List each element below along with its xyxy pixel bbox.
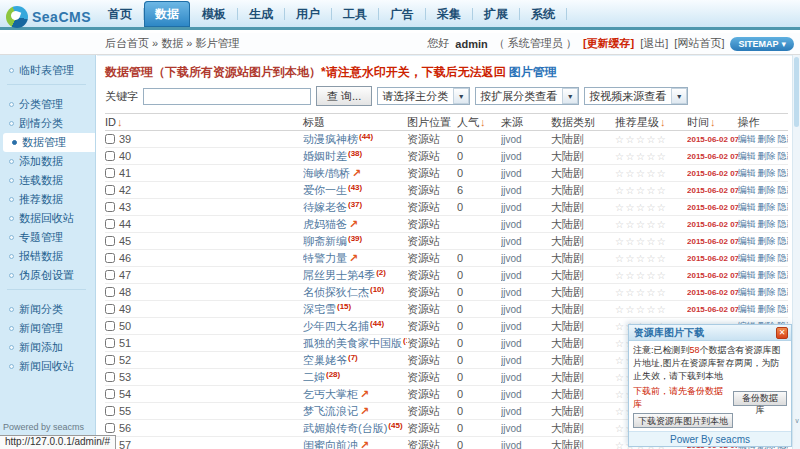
star-rating[interactable]: ☆☆☆☆☆ <box>615 165 687 182</box>
row-checkbox[interactable] <box>105 168 115 178</box>
row-checkbox[interactable] <box>105 372 115 382</box>
star-rating[interactable]: ☆☆☆☆☆ <box>615 216 687 233</box>
column-header[interactable]: 人气↓ <box>457 114 501 131</box>
row-title-link[interactable]: 海峡/鹊桥 <box>303 167 350 179</box>
sidebar-item[interactable]: 分类管理 <box>0 95 95 114</box>
hide-link[interactable]: 隐藏 <box>778 151 789 161</box>
delete-link[interactable]: 删除 <box>758 168 776 178</box>
filter-select[interactable]: 请选择主分类▼ <box>377 87 470 105</box>
hide-link[interactable]: 隐藏 <box>778 185 789 195</box>
edit-link[interactable]: 编辑 <box>738 151 756 161</box>
nav-item[interactable]: 工具 <box>332 1 378 27</box>
nav-item[interactable]: 首页 <box>97 1 143 27</box>
keyword-input[interactable] <box>143 88 311 105</box>
edit-link[interactable]: 编辑 <box>738 185 756 195</box>
star-rating[interactable]: ☆☆☆☆☆ <box>615 267 687 284</box>
column-header[interactable]: 图片位置↓ <box>407 114 457 131</box>
column-header[interactable]: 时间↓ <box>687 114 738 131</box>
row-checkbox[interactable] <box>105 389 115 399</box>
filter-select[interactable]: 按视频来源查看▼ <box>584 87 688 105</box>
hide-link[interactable]: 隐藏 <box>778 168 789 178</box>
close-icon[interactable]: ✕ <box>776 327 788 339</box>
nav-item[interactable]: 扩展 <box>473 1 519 27</box>
sidebar-item[interactable]: 专题管理 <box>0 228 95 247</box>
download-images-button[interactable]: 下载资源库图片到本地 <box>633 413 733 428</box>
star-rating[interactable]: ☆☆☆☆☆ <box>615 301 687 318</box>
column-header[interactable]: 推荐星级↓ <box>615 114 687 131</box>
image-manage-link[interactable]: 图片管理 <box>509 65 557 79</box>
row-checkbox[interactable] <box>105 236 115 246</box>
sidebar-item[interactable]: 数据管理 <box>3 133 95 152</box>
star-rating[interactable]: ☆☆☆☆☆ <box>615 199 687 216</box>
delete-link[interactable]: 删除 <box>758 202 776 212</box>
edit-link[interactable]: 编辑 <box>738 253 756 263</box>
hide-link[interactable]: 隐藏 <box>778 219 789 229</box>
edit-link[interactable]: 编辑 <box>738 134 756 144</box>
edit-link[interactable]: 编辑 <box>738 304 756 314</box>
row-checkbox[interactable] <box>105 338 115 348</box>
delete-link[interactable]: 删除 <box>758 270 776 280</box>
delete-link[interactable]: 删除 <box>758 287 776 297</box>
row-title-link[interactable]: 屌丝男士第4季 <box>303 269 375 281</box>
row-checkbox[interactable] <box>105 202 115 212</box>
edit-link[interactable]: 编辑 <box>738 270 756 280</box>
hide-link[interactable]: 隐藏 <box>778 287 789 297</box>
logout-link[interactable]: [退出] <box>640 36 668 51</box>
column-header[interactable]: 来源↓ <box>501 114 551 131</box>
column-header[interactable]: 数据类别↓ <box>551 114 615 131</box>
row-title-link[interactable]: 待嫁老爸 <box>303 201 347 213</box>
row-title-link[interactable]: 二婶 <box>303 371 325 383</box>
update-cache-link[interactable]: [更新缓存] <box>583 36 634 51</box>
nav-item[interactable]: 用户 <box>285 1 331 27</box>
row-checkbox[interactable] <box>105 134 115 144</box>
sidebar-item[interactable]: 新闻管理 <box>0 319 95 338</box>
nav-item[interactable]: 广告 <box>379 1 425 27</box>
vertical-scrollbar[interactable]: ∨ <box>792 55 800 449</box>
row-checkbox[interactable] <box>105 270 115 280</box>
column-header[interactable]: 标题↓ <box>303 114 407 131</box>
row-checkbox[interactable] <box>105 287 115 297</box>
row-checkbox[interactable] <box>105 151 115 161</box>
sidebar-item[interactable]: 推荐数据 <box>0 190 95 209</box>
row-checkbox[interactable] <box>105 406 115 416</box>
site-home-link[interactable]: [网站首页] <box>674 36 724 51</box>
hide-link[interactable]: 隐藏 <box>778 253 789 263</box>
star-rating[interactable]: ☆☆☆☆☆ <box>615 284 687 301</box>
row-title-link[interactable]: 聊斋新编 <box>303 235 347 247</box>
nav-item[interactable]: 模板 <box>191 1 237 27</box>
sidebar-item[interactable]: 剧情分类 <box>0 114 95 133</box>
sidebar-item[interactable]: 伪原创设置 <box>0 266 95 285</box>
delete-link[interactable]: 删除 <box>758 134 776 144</box>
backup-database-button[interactable]: 备份数据库 <box>733 391 787 406</box>
sidebar-item[interactable]: 连载数据 <box>0 171 95 190</box>
scroll-down-arrow-icon[interactable]: ∨ <box>793 417 800 425</box>
row-checkbox[interactable] <box>105 355 115 365</box>
column-header[interactable]: 操作↓ <box>738 114 789 131</box>
edit-link[interactable]: 编辑 <box>738 219 756 229</box>
row-checkbox[interactable] <box>105 219 115 229</box>
star-rating[interactable]: ☆☆☆☆☆ <box>615 148 687 165</box>
row-title-link[interactable]: 动漫疯神榜 <box>303 133 358 145</box>
delete-link[interactable]: 删除 <box>758 185 776 195</box>
row-title-link[interactable]: 闺蜜向前冲 <box>303 439 358 449</box>
sidebar-item[interactable]: 临时表管理 <box>0 61 95 80</box>
sidebar-item[interactable]: 数据回收站 <box>0 209 95 228</box>
row-checkbox[interactable] <box>105 185 115 195</box>
sidebar-item[interactable]: 新闻分类 <box>0 300 95 319</box>
hide-link[interactable]: 隐藏 <box>778 236 789 246</box>
row-title-link[interactable]: 婚姻时差 <box>303 150 347 162</box>
row-title-link[interactable]: 武媚娘传奇(台版) <box>303 422 387 434</box>
row-title-link[interactable]: 孤独的美食家中国版 <box>303 337 402 349</box>
sidebar-item[interactable]: 新闻回收站 <box>0 357 95 376</box>
scrollbar-thumb[interactable] <box>794 57 799 127</box>
row-title-link[interactable]: 名侦探狄仁杰 <box>303 286 369 298</box>
row-title-link[interactable]: 深宅雪 <box>303 303 336 315</box>
sidebar-item[interactable]: 新闻添加 <box>0 338 95 357</box>
delete-link[interactable]: 删除 <box>758 236 776 246</box>
delete-link[interactable]: 删除 <box>758 253 776 263</box>
row-title-link[interactable]: 虎妈猫爸 <box>303 218 347 230</box>
row-checkbox[interactable] <box>105 321 115 331</box>
hide-link[interactable]: 隐藏 <box>778 202 789 212</box>
star-rating[interactable]: ☆☆☆☆☆ <box>615 250 687 267</box>
star-rating[interactable]: ☆☆☆☆☆ <box>615 233 687 250</box>
